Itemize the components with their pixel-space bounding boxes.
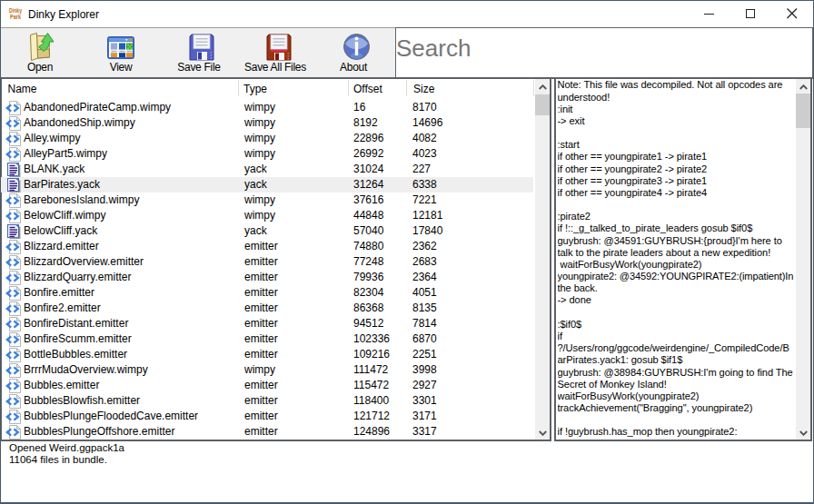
svg-text:Park: Park (10, 13, 22, 21)
